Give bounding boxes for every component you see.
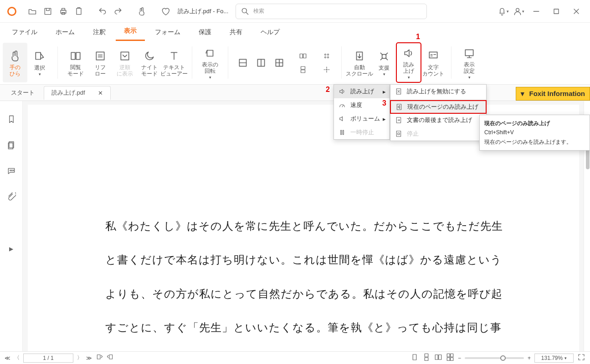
svg-point-30 — [11, 170, 12, 171]
zoom-in-button[interactable]: + — [528, 355, 531, 361]
nav-back-icon[interactable] — [96, 354, 103, 362]
tab-document[interactable]: 読み上げ.pdf✕ — [44, 86, 111, 100]
menu-item-read[interactable]: 読み上げ▸ — [334, 85, 390, 98]
svg-rect-16 — [303, 54, 306, 58]
tab-close-icon[interactable]: ✕ — [98, 90, 103, 96]
pages-icon[interactable] — [7, 141, 16, 151]
svg-rect-47 — [451, 354, 453, 357]
menu-item-disable-label: 読み上げを無効にする — [407, 87, 466, 96]
menu-annotate[interactable]: 注釈 — [85, 25, 114, 41]
ribbon-wordcount[interactable]: 文字 カウント — [421, 43, 446, 82]
next-page-button[interactable]: 〉 — [77, 354, 82, 362]
svg-point-29 — [10, 170, 10, 171]
zoom-out-button[interactable]: − — [458, 355, 461, 361]
info-banner[interactable]: ▾ Foxit Information — [516, 87, 590, 101]
ribbon-text-viewer[interactable]: テキスト ビューアー — [162, 43, 186, 82]
tab-document-label: 読み上げ.pdf — [51, 89, 85, 97]
document-text: 私《わたくし》はその人を常に先生と呼んでいた。だからここでもただ先生と書くだけで… — [105, 220, 503, 351]
redo-icon[interactable] — [110, 4, 126, 19]
menu-item-speed[interactable]: 速度 — [334, 98, 390, 112]
save-icon[interactable] — [40, 4, 56, 19]
zoom-slider[interactable] — [465, 357, 524, 359]
svg-rect-18 — [301, 70, 305, 72]
menu-view[interactable]: 表示 — [116, 23, 145, 41]
ribbon-select[interactable]: 選択▾ — [27, 43, 52, 82]
ribbon-support[interactable]: 支援▾ — [372, 43, 396, 82]
search-icon — [241, 7, 250, 16]
ribbon-autoscroll-label: 自動 スクロール — [346, 65, 373, 77]
tab-start[interactable]: スタート — [4, 86, 42, 100]
page-sound-icon — [395, 103, 403, 111]
svg-rect-46 — [447, 354, 450, 357]
ribbon-small-4[interactable] — [318, 63, 336, 76]
ribbon-reflow-label: リフ ロー — [95, 65, 106, 77]
svg-rect-48 — [447, 358, 450, 361]
ribbon-display-label: 表示 設定 — [464, 62, 475, 75]
ribbon-grid-2[interactable] — [252, 43, 270, 82]
svg-rect-39 — [97, 355, 100, 359]
svg-rect-38 — [398, 133, 400, 135]
open-icon[interactable] — [25, 4, 40, 19]
minimize-button[interactable] — [526, 4, 546, 19]
attachments-icon[interactable] — [7, 192, 16, 203]
close-button[interactable] — [566, 4, 586, 19]
comments-icon[interactable] — [7, 167, 16, 177]
ribbon-night[interactable]: ナイト モード — [137, 43, 162, 82]
ribbon-read-aloud[interactable]: 1 読み 上げ▾ — [396, 43, 421, 82]
ribbon-rotate[interactable]: 表示の 回転▾ — [198, 43, 222, 82]
menu-home[interactable]: ホーム — [47, 25, 83, 41]
expand-rail-icon[interactable]: ▶ — [9, 246, 13, 252]
undo-icon[interactable] — [95, 4, 110, 19]
view-continuous-icon[interactable] — [422, 353, 431, 363]
fullscreen-icon[interactable] — [577, 353, 585, 363]
zoom-value[interactable]: 131.79% ▾ — [534, 354, 574, 363]
hand-quick-icon[interactable] — [134, 4, 149, 19]
view-single-icon[interactable] — [410, 353, 419, 363]
search-placeholder: 検索 — [253, 7, 264, 15]
last-page-button[interactable]: ≫ — [86, 355, 92, 361]
menu-protect[interactable]: 保護 — [190, 25, 220, 41]
menu-share[interactable]: 共有 — [221, 25, 251, 41]
ribbon-display-settings[interactable]: 表示 設定▾ — [457, 43, 482, 82]
prev-page-button[interactable]: 〈 — [14, 354, 20, 362]
maximize-button[interactable] — [546, 4, 566, 19]
ribbon-grid-3 — [270, 43, 288, 82]
account-icon[interactable]: ▾ — [511, 4, 526, 19]
page-number-value: 1 / 1 — [43, 355, 53, 361]
ribbon-grid-1[interactable] — [234, 43, 252, 82]
view-facing-icon[interactable] — [434, 353, 442, 363]
callout-2: 2 — [326, 86, 330, 94]
svg-rect-4 — [77, 8, 81, 14]
svg-rect-17 — [301, 66, 305, 69]
ribbon-hand[interactable]: 手の ひら — [3, 43, 27, 82]
menu-item-volume[interactable]: ボリューム▸ — [334, 112, 390, 126]
bookmark-icon[interactable] — [7, 115, 16, 125]
ribbon-small-2[interactable] — [294, 63, 312, 76]
ribbon-reading-mode[interactable]: 閲覧 モード — [63, 43, 88, 82]
print-icon[interactable] — [56, 4, 71, 19]
menu-item-current-page[interactable]: 現在のページのみ読み上げ — [390, 100, 487, 114]
view-facing-cont-icon[interactable] — [446, 353, 454, 363]
notifications-icon[interactable]: ▾ — [495, 4, 511, 19]
menu-item-disable[interactable]: 読み上げを無効にする — [390, 85, 486, 98]
menu-help[interactable]: ヘルプ — [252, 25, 288, 41]
menu-item-to-end[interactable]: 文書の最後まで読み上げ — [390, 113, 486, 127]
ribbon-small-1[interactable] — [294, 49, 312, 63]
svg-rect-37 — [396, 131, 400, 136]
menu-form[interactable]: フォーム — [147, 25, 189, 41]
page-number-input[interactable]: 1 / 1 — [23, 354, 73, 363]
menu-item-read-label: 読み上げ — [350, 87, 374, 96]
ribbon-reflow[interactable]: リフ ロー — [88, 43, 113, 82]
menu-file[interactable]: ファイル — [4, 25, 46, 41]
clipboard-icon[interactable] — [71, 4, 87, 19]
first-page-button[interactable]: ≪ — [5, 355, 10, 361]
search-input[interactable]: 検索 — [236, 4, 427, 19]
ribbon-small-3[interactable] — [318, 49, 336, 63]
favorite-icon[interactable] — [158, 4, 173, 19]
zoom-slider-knob[interactable] — [500, 355, 506, 361]
callout-1: 1 — [416, 33, 420, 41]
svg-rect-45 — [439, 355, 441, 360]
ribbon-wordcount-label: 文字 カウント — [422, 65, 444, 77]
nav-fwd-icon[interactable] — [107, 354, 114, 362]
ribbon-autoscroll[interactable]: 自動 スクロール — [347, 43, 372, 82]
